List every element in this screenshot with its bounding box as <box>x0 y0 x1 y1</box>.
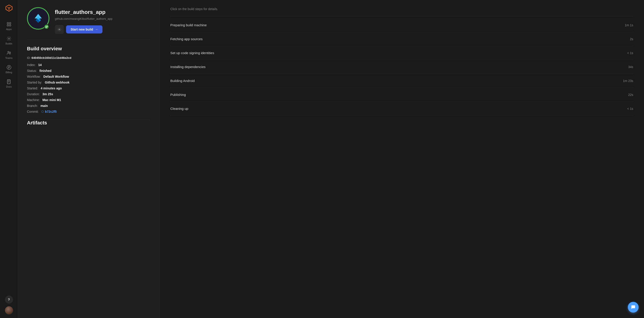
app-icon-wrapper <box>27 7 50 30</box>
branch-row: Branch: main <box>27 104 150 108</box>
step-duration-prepare: 1m 1s <box>625 23 633 27</box>
started-by-value: Github webhook <box>45 81 70 84</box>
started-by-label: Started by: <box>27 81 42 84</box>
help-button[interactable]: ? <box>5 296 13 304</box>
id-value: 640450cb160d11c1bd46e2cd <box>32 56 71 59</box>
commit-row: Commit: ⬡ b72c2f5 <box>27 110 150 113</box>
svg-point-7 <box>10 52 10 53</box>
step-duration-deps: 34s <box>628 65 633 69</box>
build-step-prepare[interactable]: Preparing build machine 1m 1s <box>170 18 633 32</box>
svg-rect-9 <box>7 80 10 84</box>
build-step-deps[interactable]: Installing dependencies 34s <box>170 60 633 74</box>
svg-rect-1 <box>7 22 8 24</box>
logo[interactable] <box>4 3 14 12</box>
workflow-label: Workflow: <box>27 75 41 78</box>
started-value: 4 minutes ago <box>41 86 62 90</box>
duration-value: 3m 25s <box>42 92 53 96</box>
sidebar-item-teams[interactable]: Teams <box>1 48 17 61</box>
build-overview-section: Build overview ID: 640450cb160d11c1bd46e… <box>18 39 159 120</box>
teams-label: Teams <box>5 57 12 59</box>
start-build-label: Start new build <box>70 28 93 31</box>
build-id-row: ID: 640450cb160d11c1bd46e2cd <box>27 56 150 59</box>
svg-rect-8 <box>7 80 10 84</box>
step-name-deps: Installing dependencies <box>170 65 206 69</box>
apps-label: Apps <box>6 28 12 30</box>
billing-icon <box>6 65 12 70</box>
started-row: Started: 4 minutes ago <box>27 86 150 90</box>
svg-rect-2 <box>9 22 10 24</box>
docs-icon <box>6 79 12 84</box>
chat-button[interactable] <box>628 302 638 313</box>
build-step-cleanup[interactable]: Cleaning up < 1s <box>170 102 633 116</box>
workflow-row: Workflow: Default Workflow <box>27 75 150 78</box>
index-value: 14 <box>38 63 42 67</box>
commit-icon: ⬡ <box>41 110 44 113</box>
billing-label: Billing <box>6 71 12 74</box>
build-step-android[interactable]: Building Android 1m 23s <box>170 74 633 88</box>
status-badge <box>44 24 49 29</box>
main-content: flutter_authors_app github.com/mwangiKib… <box>18 0 644 318</box>
step-name-signing: Set up code signing identities <box>170 51 214 55</box>
id-label: ID: <box>27 56 31 59</box>
start-build-arrow: → <box>95 28 98 31</box>
step-duration-publish: 22s <box>628 93 633 97</box>
status-label: Status: <box>27 69 37 72</box>
step-duration-android: 1m 23s <box>623 79 633 83</box>
builds-label: Builds <box>6 42 12 45</box>
status-value: finished <box>39 69 52 72</box>
left-panel: flutter_authors_app github.com/mwangiKib… <box>18 0 160 318</box>
teams-icon <box>6 50 12 56</box>
step-name-publish: Publishing <box>170 93 186 97</box>
sidebar-item-apps[interactable]: Apps <box>1 20 17 32</box>
step-duration-fetch: 2s <box>630 37 633 41</box>
index-row: Index: 14 <box>27 63 150 67</box>
right-panel: Click on the build steps for details. Pr… <box>160 0 644 318</box>
svg-point-14 <box>59 29 60 30</box>
step-name-android: Building Android <box>170 79 194 83</box>
settings-button[interactable] <box>55 25 64 34</box>
index-label: Index: <box>27 63 36 67</box>
sidebar-item-docs[interactable]: Docs <box>1 77 17 90</box>
build-step-signing[interactable]: Set up code signing identities < 1s <box>170 46 633 60</box>
commit-label: Commit: <box>27 110 39 113</box>
svg-rect-4 <box>9 25 10 26</box>
sidebar-bottom: ? <box>5 296 13 315</box>
apps-icon <box>6 21 12 27</box>
builds-icon <box>6 36 12 41</box>
app-info: flutter_authors_app github.com/mwangiKib… <box>55 7 150 34</box>
steps-divider <box>170 16 633 16</box>
commit-link[interactable]: b72c2f5 <box>45 110 57 113</box>
status-row: Status: finished <box>27 69 150 72</box>
app-repo: github.com/mwangiKibui/flutter_authors_a… <box>55 17 150 20</box>
avatar[interactable] <box>5 306 13 315</box>
step-duration-cleanup: < 1s <box>627 107 633 110</box>
workflow-value: Default Workflow <box>43 75 69 78</box>
started-label: Started: <box>27 86 38 90</box>
started-by-row: Started by: Github webhook <box>27 81 150 84</box>
build-step-publish[interactable]: Publishing 22s <box>170 88 633 102</box>
machine-value: Mac mini M1 <box>42 98 61 102</box>
branch-label: Branch: <box>27 104 38 108</box>
duration-row: Duration: 3m 25s <box>27 92 150 96</box>
app-header: flutter_authors_app github.com/mwangiKib… <box>18 0 159 39</box>
machine-label: Machine: <box>27 98 40 102</box>
artifacts-title: Artifacts <box>18 120 159 132</box>
step-duration-signing: < 1s <box>627 51 633 55</box>
machine-row: Machine: Mac mini M1 <box>27 98 150 102</box>
svg-rect-3 <box>7 25 8 26</box>
branch-value: main <box>40 104 48 108</box>
app-name: flutter_authors_app <box>55 9 150 15</box>
sidebar-item-builds[interactable]: Builds <box>1 34 17 47</box>
header-actions: Start new build → <box>55 25 150 34</box>
svg-point-5 <box>8 38 10 39</box>
start-build-button[interactable]: Start new build → <box>66 25 102 33</box>
avatar-image <box>5 306 13 315</box>
build-steps-list: Preparing build machine 1m 1s Fetching a… <box>170 18 633 116</box>
build-steps-hint: Click on the build steps for details. <box>170 7 633 11</box>
sidebar: Apps Builds Teams <box>0 0 18 318</box>
build-overview-title: Build overview <box>27 46 150 52</box>
sidebar-item-billing[interactable]: Billing <box>1 63 17 75</box>
build-info: Index: 14 Status: finished Workflow: Def… <box>27 63 150 113</box>
step-name-cleanup: Cleaning up <box>170 107 188 110</box>
build-step-fetch[interactable]: Fetching app sources 2s <box>170 32 633 46</box>
